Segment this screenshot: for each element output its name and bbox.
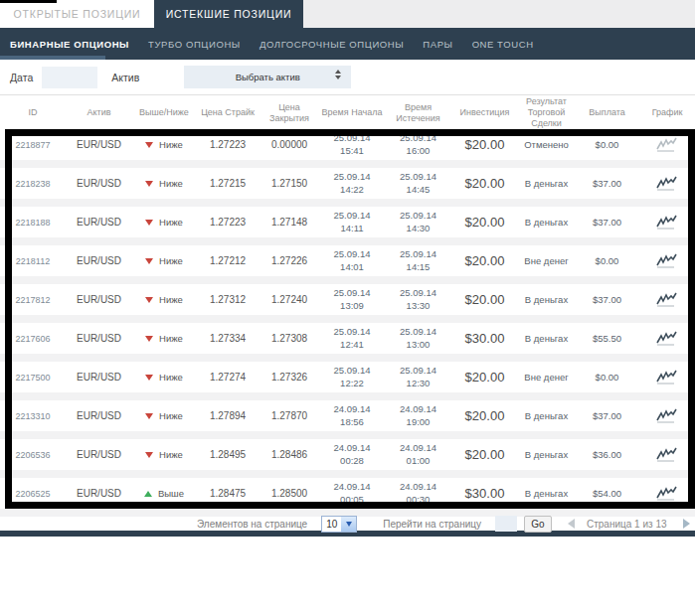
trade-result: В деньгах xyxy=(518,449,575,460)
start-date: 25.09.14 xyxy=(319,132,385,144)
table-row: 2218188 EUR/USD Ниже 1.27223 1.27148 25.… xyxy=(0,207,695,245)
chart-cell xyxy=(639,136,695,154)
position-id: 2218238 xyxy=(0,179,66,189)
strike-price: 1.27894 xyxy=(196,410,260,421)
strike-price: 1.27215 xyxy=(196,178,260,189)
nav-item-turbo-options[interactable]: ТУРБО ОПЦИОНЫ xyxy=(148,39,241,50)
expiry-date: 24.09.14 xyxy=(385,403,451,415)
nav-item-longterm-options[interactable]: ДОЛГОСРОЧНЫЕ ОПЦИОНЫ xyxy=(260,39,404,50)
direction-arrow-icon xyxy=(145,258,153,264)
direction-label: Ниже xyxy=(159,139,183,150)
investment-amount: $20.00 xyxy=(451,292,518,307)
expiry-date: 25.09.14 xyxy=(385,210,451,222)
start-time-cell: 25.09.14 14:01 xyxy=(319,248,385,273)
sparkline-chart-icon[interactable] xyxy=(655,446,679,462)
expiry-time: 14:45 xyxy=(385,184,451,196)
sparkline-chart-icon[interactable] xyxy=(655,252,679,268)
close-price: 1.27150 xyxy=(260,178,319,189)
nav-item-pairs[interactable]: ПАРЫ xyxy=(423,39,452,50)
tab-expired-positions[interactable]: ИСТЕКШИЕ ПОЗИЦИИ xyxy=(154,0,303,28)
direction-cell: Ниже xyxy=(132,333,196,344)
sparkline-chart-icon[interactable] xyxy=(655,485,679,501)
option-type-nav: БИНАРНЫЕ ОПЦИОНЫ ТУРБО ОПЦИОНЫ ДОЛГОСРОЧ… xyxy=(0,28,695,60)
start-time: 00:28 xyxy=(319,455,385,467)
tab-bar-filler xyxy=(303,0,695,28)
expiry-time-cell: 25.09.14 16:00 xyxy=(385,132,451,157)
table-body: 2218877 EUR/USD Ниже 1.27223 0.00000 25.… xyxy=(0,129,695,517)
start-date: 24.09.14 xyxy=(319,403,385,415)
start-time: 14:11 xyxy=(319,223,385,234)
position-id: 2217812 xyxy=(0,295,66,305)
items-per-page-value: 10 xyxy=(322,517,341,532)
position-id: 2213310 xyxy=(0,411,66,421)
top-left-marker xyxy=(0,0,57,3)
payout-amount: $37.00 xyxy=(575,178,639,189)
start-time-cell: 24.09.14 18:56 xyxy=(319,403,385,428)
goto-page-input[interactable] xyxy=(495,516,517,532)
column-header-payout: Выплата xyxy=(575,107,639,118)
strike-price: 1.27312 xyxy=(196,294,260,305)
investment-amount: $20.00 xyxy=(451,176,518,191)
column-header-investment: Инвестиция xyxy=(451,107,518,118)
nav-item-one-touch[interactable]: ONE TOUCH xyxy=(472,39,534,50)
expiry-time-cell: 24.09.14 00:30 xyxy=(385,481,451,506)
investment-amount: $20.00 xyxy=(451,408,518,423)
direction-arrow-icon xyxy=(145,142,153,148)
asset-name: EUR/USD xyxy=(66,333,132,344)
asset-name: EUR/USD xyxy=(66,488,132,499)
direction-label: Ниже xyxy=(159,294,183,305)
pagination-bar: Элементов на странице 10 Перейти на стра… xyxy=(0,517,695,531)
direction-label: Ниже xyxy=(159,255,183,266)
direction-cell: Ниже xyxy=(132,410,196,421)
select-updown-icon xyxy=(335,70,341,79)
sparkline-chart-icon[interactable] xyxy=(655,407,679,423)
payout-amount: $55.50 xyxy=(575,333,639,344)
payout-amount: $37.00 xyxy=(575,217,639,228)
start-time-cell: 24.09.14 00:05 xyxy=(319,481,385,506)
start-time-cell: 25.09.14 13:09 xyxy=(319,287,385,312)
sparkline-chart-icon[interactable] xyxy=(655,175,679,191)
asset-name: EUR/USD xyxy=(66,372,132,383)
sparkline-chart-icon[interactable] xyxy=(655,330,679,346)
nav-item-binary-options[interactable]: БИНАРНЫЕ ОПЦИОНЫ xyxy=(10,39,129,50)
strike-price: 1.27334 xyxy=(196,333,260,344)
asset-select-value: Выбрать актив xyxy=(236,72,300,82)
trade-result: В деньгах xyxy=(518,178,575,189)
investment-amount: $20.00 xyxy=(451,215,518,230)
trade-result: В деньгах xyxy=(518,488,575,499)
chart-cell xyxy=(639,407,695,425)
expiry-date: 25.09.14 xyxy=(385,287,451,299)
items-per-page-label: Элементов на странице xyxy=(197,519,307,530)
expiry-time-cell: 25.09.14 13:00 xyxy=(385,326,451,351)
chart-cell xyxy=(639,291,695,309)
asset-select[interactable]: Выбрать актив xyxy=(184,66,351,88)
previous-page-icon[interactable] xyxy=(568,519,575,529)
position-id: 2217606 xyxy=(0,334,66,344)
column-header-expiry-time: Время Истечения xyxy=(385,102,451,124)
tab-open-positions[interactable]: ОТКРЫТЫЕ ПОЗИЦИИ xyxy=(0,0,154,28)
expiry-time: 13:30 xyxy=(385,300,451,312)
expiry-time-cell: 25.09.14 13:30 xyxy=(385,287,451,312)
asset-name: EUR/USD xyxy=(66,449,132,460)
go-button[interactable]: Go xyxy=(524,516,552,533)
chart-cell xyxy=(639,446,695,464)
sparkline-chart-icon[interactable] xyxy=(655,369,679,385)
items-per-page-select[interactable]: 10 xyxy=(321,516,357,533)
date-filter-input[interactable] xyxy=(42,67,97,88)
strike-price: 1.27223 xyxy=(196,139,260,150)
direction-arrow-icon xyxy=(145,220,153,226)
sparkline-chart-icon[interactable] xyxy=(655,214,679,230)
sparkline-chart-icon[interactable] xyxy=(655,291,679,307)
start-time: 14:01 xyxy=(319,261,385,273)
strike-price: 1.27274 xyxy=(196,372,260,383)
trade-result: В деньгах xyxy=(518,410,575,421)
strike-price: 1.28495 xyxy=(196,449,260,460)
start-time: 14:22 xyxy=(319,184,385,196)
sparkline-chart-icon[interactable] xyxy=(655,136,679,152)
direction-label: Ниже xyxy=(159,178,183,189)
chart-cell xyxy=(639,369,695,386)
next-page-icon[interactable] xyxy=(683,519,690,529)
close-price: 1.28500 xyxy=(260,488,319,499)
expiry-date: 25.09.14 xyxy=(385,326,451,338)
expiry-time-cell: 24.09.14 19:00 xyxy=(385,403,451,428)
